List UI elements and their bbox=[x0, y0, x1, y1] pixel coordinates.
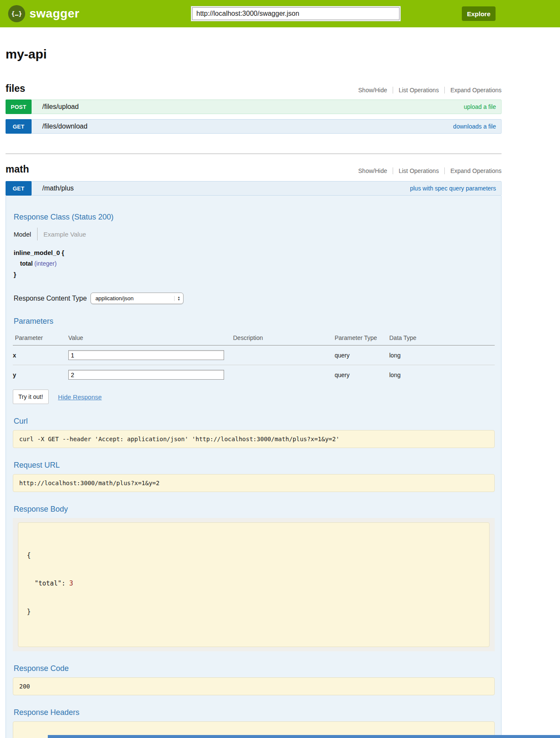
show-hide-link[interactable]: Show/Hide bbox=[353, 167, 393, 174]
parameters-table: Parameter Value Description Parameter Ty… bbox=[13, 331, 495, 384]
expand-operations-link[interactable]: Expand Operations bbox=[444, 167, 502, 174]
tab-example-value[interactable]: Example Value bbox=[44, 231, 86, 238]
bottom-accent-strip bbox=[48, 735, 560, 738]
json-close-brace: } bbox=[27, 607, 481, 616]
expand-operations-link[interactable]: Expand Operations bbox=[444, 87, 502, 94]
response-code-box: 200 bbox=[13, 677, 495, 695]
list-operations-link[interactable]: List Operations bbox=[393, 87, 444, 94]
endpoint-path[interactable]: /files/upload bbox=[42, 103, 79, 111]
json-key: "total": bbox=[35, 580, 69, 587]
model-property-type: (integer) bbox=[34, 260, 56, 267]
param-description bbox=[233, 365, 335, 385]
json-open-brace: { bbox=[27, 551, 481, 560]
files-section-controls: Show/Hide List Operations Expand Operati… bbox=[353, 87, 502, 94]
curl-heading: Curl bbox=[14, 417, 495, 426]
math-section-controls: Show/Hide List Operations Expand Operati… bbox=[353, 167, 502, 175]
selected-content-type: application/json bbox=[95, 295, 134, 302]
col-header-data-type: Data Type bbox=[389, 331, 495, 346]
explore-button[interactable]: Explore bbox=[462, 6, 496, 21]
model-close-brace: } bbox=[14, 271, 495, 278]
parameters-heading: Parameters bbox=[14, 317, 495, 326]
show-hide-link[interactable]: Show/Hide bbox=[353, 87, 393, 94]
spec-url-frame bbox=[191, 6, 401, 21]
response-code-heading: Response Code bbox=[14, 664, 495, 673]
col-header-parameter-type: Parameter Type bbox=[335, 331, 389, 346]
json-total-line: "total": 3 bbox=[27, 579, 481, 588]
response-body-heading: Response Body bbox=[14, 505, 495, 514]
param-description bbox=[233, 346, 335, 365]
tryout-row: Try it out! Hide Response bbox=[13, 390, 495, 404]
param-data-type: long bbox=[389, 346, 495, 365]
response-body-box: { "total": 3 } bbox=[18, 522, 490, 647]
col-header-parameter: Parameter bbox=[13, 331, 68, 346]
endpoint-post-files-upload[interactable]: POST /files/upload upload a file bbox=[6, 100, 502, 114]
param-value-input-y[interactable] bbox=[68, 370, 224, 380]
try-it-out-button[interactable]: Try it out! bbox=[13, 390, 49, 404]
files-section-title: files bbox=[6, 83, 25, 94]
section-divider bbox=[6, 153, 502, 154]
files-section-header: files Show/Hide List Operations Expand O… bbox=[6, 83, 502, 94]
request-url-box: http://localhost:3000/math/plus?x=1&y=2 bbox=[13, 474, 495, 492]
swagger-logo-icon: {…} bbox=[8, 5, 25, 22]
math-section-title: math bbox=[6, 164, 29, 175]
param-type: query bbox=[335, 365, 389, 385]
tab-model[interactable]: Model bbox=[14, 231, 31, 238]
response-body-wrapper: { "total": 3 } bbox=[13, 518, 495, 651]
endpoint-get-files-download[interactable]: GET /files/download downloads a file bbox=[6, 119, 502, 134]
spec-url-input[interactable] bbox=[192, 7, 400, 20]
col-header-description: Description bbox=[233, 331, 335, 346]
param-name: x bbox=[13, 346, 68, 365]
post-method-badge: POST bbox=[6, 100, 32, 114]
select-arrows-icon: ▲▼ bbox=[174, 296, 180, 301]
tab-separator bbox=[37, 228, 38, 240]
model-property: total (integer) bbox=[20, 260, 495, 267]
model-property-name: total bbox=[20, 260, 33, 267]
response-class-heading: Response Class (Status 200) bbox=[14, 213, 495, 222]
response-content-type-select[interactable]: application/json ▲▼ bbox=[90, 293, 184, 304]
brand-logo[interactable]: {…} swagger bbox=[8, 5, 79, 22]
curl-command-box: curl -X GET --header 'Accept: applicatio… bbox=[13, 430, 495, 448]
param-row-y: y query long bbox=[13, 365, 495, 385]
model-open-brace: inline_model_0 { bbox=[14, 249, 495, 256]
response-content-type-label: Response Content Type bbox=[14, 295, 87, 302]
response-content-type-row: Response Content Type application/json ▲… bbox=[14, 293, 495, 304]
param-type: query bbox=[335, 346, 389, 365]
hide-response-link[interactable]: Hide Response bbox=[58, 393, 102, 401]
endpoint-path[interactable]: /math/plus bbox=[42, 184, 74, 192]
math-section-header: math Show/Hide List Operations Expand Op… bbox=[6, 164, 502, 175]
api-title: my-api bbox=[6, 47, 502, 62]
model-tabs: Model Example Value bbox=[14, 228, 495, 240]
request-url-heading: Request URL bbox=[14, 461, 495, 470]
endpoint-summary-link[interactable]: plus with spec query parameters bbox=[410, 185, 496, 192]
endpoint-path[interactable]: /files/download bbox=[42, 123, 88, 130]
get-method-badge: GET bbox=[6, 119, 32, 134]
model-signature: inline_model_0 { total (integer) } bbox=[14, 249, 495, 278]
header-bar: {…} swagger Explore bbox=[0, 0, 560, 27]
param-value-input-x[interactable] bbox=[68, 350, 224, 360]
endpoint-summary-link[interactable]: upload a file bbox=[464, 103, 496, 110]
brand-name: swagger bbox=[29, 7, 79, 20]
json-value: 3 bbox=[69, 580, 73, 587]
operation-detail-panel: Response Class (Status 200) Model Exampl… bbox=[6, 196, 502, 738]
endpoint-summary-link[interactable]: downloads a file bbox=[453, 123, 496, 130]
get-method-badge: GET bbox=[6, 181, 32, 196]
param-data-type: long bbox=[389, 365, 495, 385]
col-header-value: Value bbox=[68, 331, 233, 346]
param-row-x: x query long bbox=[13, 346, 495, 365]
endpoint-get-math-plus[interactable]: GET /math/plus plus with spec query para… bbox=[6, 181, 502, 196]
list-operations-link[interactable]: List Operations bbox=[393, 167, 444, 174]
response-headers-heading: Response Headers bbox=[14, 708, 495, 717]
main-container: my-api files Show/Hide List Operations E… bbox=[6, 47, 502, 738]
param-name: y bbox=[13, 365, 68, 385]
